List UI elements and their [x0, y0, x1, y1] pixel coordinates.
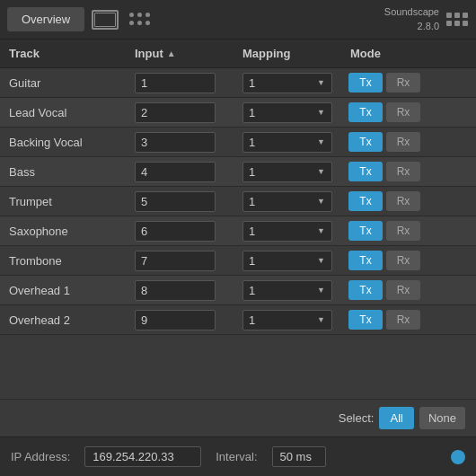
input-cell	[126, 73, 234, 93]
input-field[interactable]	[135, 162, 216, 182]
mode-cell: Tx Rx	[341, 310, 458, 330]
grid-cell	[446, 13, 452, 18]
mapping-wrapper: 1 2 3	[242, 310, 332, 331]
mapping-cell: 1 2 3	[234, 73, 341, 93]
dot	[129, 21, 134, 25]
track-name: Guitar	[0, 76, 126, 90]
rx-button[interactable]: Rx	[386, 102, 420, 122]
mapping-wrapper: 1 2 3	[242, 251, 332, 271]
input-cell	[126, 280, 234, 301]
mode-cell: Tx Rx	[341, 251, 458, 270]
input-field[interactable]	[135, 280, 216, 301]
mode-cell: Tx Rx	[341, 102, 458, 122]
mode-cell: Tx Rx	[341, 221, 458, 241]
tx-button[interactable]: Tx	[348, 162, 383, 181]
mapping-cell: 1 2 3	[234, 102, 341, 123]
ip-address-label: IP Address:	[11, 450, 70, 463]
select-label: Select:	[339, 411, 375, 425]
col-track: Track	[0, 47, 126, 60]
mode-cell: Tx Rx	[341, 191, 458, 211]
col-mapping: Mapping	[234, 47, 341, 60]
mapping-select[interactable]: 1 2 3	[242, 251, 332, 271]
mapping-cell: 1 2 3	[234, 310, 341, 331]
rx-button[interactable]: Rx	[386, 310, 420, 330]
tx-button[interactable]: Tx	[348, 191, 383, 211]
footer-select-area: Select: All None	[0, 399, 476, 436]
rx-button[interactable]: Rx	[386, 251, 420, 270]
rx-button[interactable]: Rx	[386, 280, 420, 300]
table-header: Track Input ▲ Mapping Mode	[0, 40, 476, 68]
mapping-select[interactable]: 1 2 3	[242, 191, 332, 212]
table-row: Saxophone 1 2 3 Tx Rx	[0, 216, 476, 246]
status-bar: IP Address: Interval:	[0, 436, 476, 476]
table-row: Overhead 1 1 2 3 Tx Rx	[0, 276, 476, 305]
input-cell	[126, 310, 234, 331]
table-row: Trumpet 1 2 3 Tx Rx	[0, 187, 476, 216]
mode-cell: Tx Rx	[341, 280, 458, 300]
mapping-cell: 1 2 3	[234, 132, 341, 153]
mapping-select[interactable]: 1 2 3	[242, 280, 332, 301]
tx-button[interactable]: Tx	[348, 310, 383, 330]
header: Overview Soundscape 2.8.0	[0, 0, 476, 40]
mapping-select[interactable]: 1 2 3	[242, 102, 332, 123]
tx-button[interactable]: Tx	[348, 221, 383, 241]
dot	[129, 13, 134, 17]
mapping-select[interactable]: 1 2 3	[242, 162, 332, 182]
input-field[interactable]	[135, 191, 216, 212]
ip-address-input[interactable]	[84, 446, 201, 467]
soundscape-version: 2.8.0	[418, 21, 439, 31]
mapping-wrapper: 1 2 3	[242, 132, 332, 153]
grid-cell	[463, 21, 468, 26]
soundscape-name: Soundscape	[384, 6, 439, 17]
rx-button[interactable]: Rx	[386, 221, 420, 241]
track-name: Trombone	[0, 254, 126, 268]
track-name: Bass	[0, 165, 126, 179]
col-input[interactable]: Input ▲	[126, 47, 234, 60]
mapping-select[interactable]: 1 2 3	[242, 132, 332, 153]
mapping-select[interactable]: 1 2 3	[242, 221, 332, 242]
soundscape-info: Soundscape 2.8.0	[384, 5, 439, 33]
mapping-cell: 1 2 3	[234, 191, 341, 212]
rx-button[interactable]: Rx	[386, 162, 420, 181]
window-icon[interactable]	[92, 10, 119, 30]
table-row: Bass 1 2 3 Tx Rx	[0, 157, 476, 187]
input-field[interactable]	[135, 251, 216, 271]
tab-overview[interactable]: Overview	[7, 7, 84, 31]
input-cell	[126, 191, 234, 212]
grid-cell	[463, 13, 468, 18]
table-row: Trombone 1 2 3 Tx Rx	[0, 246, 476, 276]
tx-button[interactable]: Tx	[348, 132, 383, 152]
table-body: Guitar 1 2 3 Tx Rx Lead Vocal	[0, 68, 476, 335]
input-cell	[126, 251, 234, 271]
rx-button[interactable]: Rx	[386, 132, 420, 152]
tx-button[interactable]: Tx	[348, 73, 383, 93]
mode-cell: Tx Rx	[341, 73, 458, 93]
dot	[137, 21, 142, 25]
input-field[interactable]	[135, 132, 216, 153]
dot	[145, 21, 150, 25]
tx-button[interactable]: Tx	[348, 251, 383, 270]
all-button[interactable]: All	[379, 407, 413, 429]
grid-cell	[454, 21, 460, 26]
rx-button[interactable]: Rx	[386, 73, 420, 93]
rx-button[interactable]: Rx	[386, 191, 420, 211]
none-button[interactable]: None	[419, 407, 465, 429]
grid-icon	[446, 13, 469, 27]
mapping-select[interactable]: 1 2 3	[242, 310, 332, 331]
interval-input[interactable]	[272, 446, 326, 467]
mapping-wrapper: 1 2 3	[242, 280, 332, 301]
mode-cell: Tx Rx	[341, 132, 458, 152]
track-name: Backing Vocal	[0, 136, 126, 149]
input-field[interactable]	[135, 310, 216, 331]
mapping-wrapper: 1 2 3	[242, 191, 332, 212]
tx-button[interactable]: Tx	[348, 280, 383, 300]
mapping-select[interactable]: 1 2 3	[242, 73, 332, 93]
input-field[interactable]	[135, 73, 216, 93]
grid-cell	[454, 13, 460, 18]
tx-button[interactable]: Tx	[348, 102, 383, 122]
status-indicator	[451, 450, 465, 464]
table-row: Backing Vocal 1 2 3 Tx Rx	[0, 128, 476, 157]
input-field[interactable]	[135, 221, 216, 242]
input-field[interactable]	[135, 102, 216, 123]
track-name: Saxophone	[0, 225, 126, 238]
